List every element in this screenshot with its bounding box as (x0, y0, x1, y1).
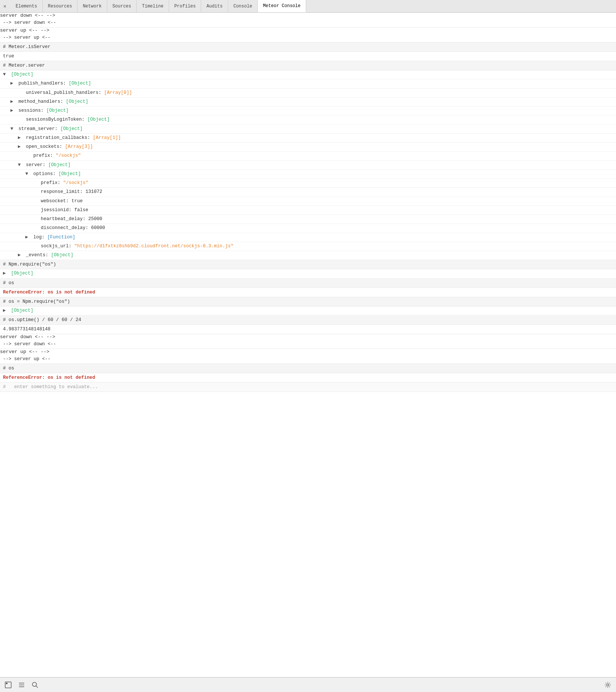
tree-jsessionid: jsessionid: false (0, 206, 616, 215)
tree-server[interactable]: ▼ server: [Object] (0, 161, 616, 170)
expand-icon[interactable]: ▼ (18, 161, 23, 169)
expand-icon[interactable]: ▶ (18, 251, 23, 259)
tree-response-limit: response_limit: 131072 (0, 188, 616, 197)
tree-object-collapsed-1[interactable]: ▶ [Object] (0, 269, 616, 278)
expand-icon[interactable]: ▶ (10, 98, 16, 106)
tree-open-sockets[interactable]: ▶ open_sockets: [Array[3]] (0, 143, 616, 152)
key-label: open_sockets: (23, 143, 65, 151)
key-label: jsessionid: false (38, 206, 88, 214)
val-label: [Object] (66, 98, 88, 106)
val-label: [Object] (8, 307, 34, 315)
key-label: websocket: true (38, 197, 83, 205)
key-label: sockjs_url: (38, 242, 74, 250)
expand-root-icon[interactable]: ▼ (3, 71, 8, 79)
tree-stream-server[interactable]: ▼ stream_server: [Object] (0, 125, 616, 134)
val-label: [Array[0]] (104, 89, 132, 97)
val-label: [Array[3]] (65, 143, 93, 151)
tree-websocket: websocket: true (0, 197, 616, 206)
tab-meteor-console[interactable]: Meteor Console (258, 0, 306, 12)
tab-elements[interactable]: Elements (10, 0, 43, 12)
key-label: disconnect_delay: 60000 (38, 224, 105, 232)
key-label: log: (31, 234, 47, 241)
svg-point-7 (607, 684, 609, 686)
tree-options-prefix: prefix: "/sockjs" (0, 179, 616, 188)
key-label: options: (31, 170, 58, 178)
line-comment-meteorisserver: # Meteor.isServer (0, 42, 616, 52)
tree-method-handlers[interactable]: ▶ method_handlers: [Object] (0, 98, 616, 107)
line-error-os-2: ReferenceError: os is not defined (0, 373, 616, 382)
key-label: publish_handlers: (16, 80, 69, 88)
tree-object-collapsed-2[interactable]: ▶ [Object] (0, 307, 616, 315)
bottom-toolbar (0, 677, 616, 692)
list-icon-button[interactable] (16, 680, 27, 690)
settings-icon-button[interactable] (603, 680, 613, 690)
val-label: [Object] (58, 170, 81, 178)
tree-prefix-1: prefix: "/sockjs" (0, 152, 616, 161)
tree-events[interactable]: ▶ _events: [Object] (0, 251, 616, 260)
expand-icon[interactable]: ▶ (3, 270, 8, 277)
key-label: prefix: (38, 179, 63, 187)
line-server-down-1: --> server down <-- (0, 18, 616, 28)
expand-icon[interactable]: ▼ (25, 170, 31, 178)
key-label: method_handlers: (16, 98, 66, 106)
console-content: server down <-- --> --> server down <-- … (0, 13, 616, 677)
tree-sessions-by-login: sessionsByLoginToken: [Object] (0, 115, 616, 124)
key-label: universal_publish_handlers: (23, 89, 104, 97)
tree-root-label: [Object] (8, 71, 34, 79)
key-label: server: (23, 161, 48, 169)
tree-log[interactable]: ▶ log: [Function] (0, 233, 616, 242)
tab-audits[interactable]: Audits (201, 0, 228, 12)
tab-timeline[interactable]: Timeline (137, 0, 169, 12)
tab-profiles[interactable]: Profiles (169, 0, 201, 12)
expand-icon[interactable]: ▼ (10, 125, 16, 133)
key-label: prefix: (31, 152, 56, 160)
search-icon-button[interactable] (30, 680, 40, 690)
tab-bar: ✕ Elements Resources Network Sources Tim… (0, 0, 616, 13)
expand-icon[interactable]: ▶ (18, 134, 23, 142)
line-comment-os: # os (0, 279, 616, 288)
key-label: stream_server: (16, 125, 60, 133)
val-label: "/sockjs" (56, 152, 81, 160)
expand-icon[interactable]: ▶ (10, 80, 16, 88)
line-server-up-2: --> server up <-- (0, 355, 616, 364)
val-label: [Object] (69, 80, 91, 88)
tree-sessions[interactable]: ▶ sessions: [Object] (0, 107, 616, 115)
console-input-line[interactable]: # enter something to evaluate... (0, 382, 616, 392)
tree-options[interactable]: ▼ options: [Object] (0, 170, 616, 179)
expand-icon[interactable]: ▶ (25, 234, 31, 241)
key-label: sessions: (16, 107, 47, 115)
line-comment-uptime: # os.uptime() / 60 / 60 / 24 (0, 315, 616, 325)
line-error-os-1: ReferenceError: os is not defined (0, 288, 616, 297)
tree-universal-publish: universal_publish_handlers: [Array[0]] (0, 89, 616, 98)
key-label: registration_callbacks: (23, 134, 93, 142)
tab-resources[interactable]: Resources (43, 0, 78, 12)
line-comment-os-assign: # os = Npm.require("os") (0, 297, 616, 307)
tree-heartbeat: heartbeat_delay: 25000 (0, 215, 616, 224)
tab-sources[interactable]: Sources (107, 0, 137, 12)
tree-reg-callbacks[interactable]: ▶ registration_callbacks: [Array[1]] (0, 134, 616, 143)
val-label: [Object] (8, 270, 34, 277)
expand-icon[interactable]: ▶ (18, 143, 23, 151)
line-result-true: true (0, 52, 616, 61)
line-result-uptime: 4.983773148148148 (0, 325, 616, 334)
val-label: [Object] (60, 125, 83, 133)
line-server-up-1: --> server up <-- (0, 33, 616, 42)
val-label: [Object] (51, 251, 73, 259)
expand-icon[interactable]: ▶ (10, 107, 16, 115)
expand-icon[interactable]: ▶ (3, 307, 8, 315)
tree-root-object[interactable]: ▼ [Object] (0, 70, 616, 79)
line-comment-npm-require: # Npm.require("os") (0, 260, 616, 269)
close-devtools-button[interactable]: ✕ (1, 3, 8, 10)
tree-publish-handlers[interactable]: ▶ publish_handlers: [Object] (0, 79, 616, 88)
val-label: [Array[1]] (93, 134, 121, 142)
val-label: "https://d1fxtkz8shb9d2.cloudfront.net/s… (74, 242, 234, 250)
console-icon-button[interactable] (3, 680, 13, 690)
tab-console[interactable]: Console (228, 0, 258, 12)
key-label: _events: (23, 251, 51, 259)
val-label: [Function] (47, 234, 75, 241)
tab-network[interactable]: Network (77, 0, 107, 12)
svg-line-6 (36, 686, 38, 688)
tree-disconnect: disconnect_delay: 60000 (0, 224, 616, 233)
line-comment-meteorserver: # Meteor.server (0, 61, 616, 70)
svg-point-5 (32, 682, 36, 686)
